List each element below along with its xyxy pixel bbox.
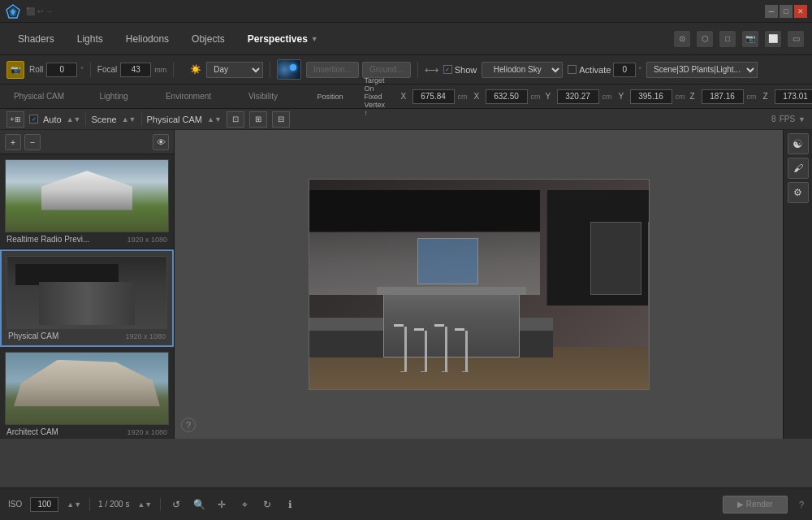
view-mode-3[interactable]: ⊟ xyxy=(272,111,290,128)
auto-checkbox[interactable]: ✓ xyxy=(29,115,38,124)
visibility-label: Visibility xyxy=(231,92,296,101)
view-mode-1[interactable]: ⊡ xyxy=(227,111,244,128)
focal-input[interactable] xyxy=(120,63,151,77)
sidebar-toolbar: + − 👁 xyxy=(0,130,174,154)
coordinates-section: Position Target On Fixed Vertex ↑ xyxy=(309,76,390,117)
paint-icon[interactable]: 🖌 xyxy=(788,158,809,179)
refresh-icon[interactable]: ↻ xyxy=(260,497,274,512)
settings-panel-icon[interactable]: ⚙ xyxy=(788,182,809,203)
time-select[interactable]: Day Night Dusk xyxy=(206,62,263,78)
cam-name-2: Physical CAM xyxy=(8,332,58,340)
sidebar-add-icon[interactable]: + xyxy=(5,134,21,150)
camera-icon[interactable]: ⌖ xyxy=(237,497,252,512)
undo-icon[interactable]: ↺ xyxy=(169,497,184,512)
physical-cam-label: Physical CAM xyxy=(6,92,71,101)
roll-input[interactable] xyxy=(46,63,77,77)
minimize-button[interactable]: ─ xyxy=(765,5,778,18)
y-target-label: Y xyxy=(619,92,627,101)
activate-input[interactable] xyxy=(613,63,636,77)
z-label: Z xyxy=(690,92,698,101)
cam-info-1: Realtime Radio Previ... 1920 x 1080 xyxy=(5,232,169,244)
show-checkbox[interactable]: ✓ xyxy=(443,65,452,74)
insertion-button[interactable]: Insertion... xyxy=(306,62,359,78)
scene-arrow: ▲▼ xyxy=(122,115,136,124)
lighting-label: Lighting xyxy=(81,92,146,101)
status-help[interactable]: ? xyxy=(799,500,804,509)
coord-headers: Position Target On Fixed Vertex ↑ xyxy=(309,76,390,117)
menu-icon-2[interactable]: ⬡ xyxy=(697,31,713,47)
menu-icon-4[interactable]: 📷 xyxy=(742,31,758,47)
menu-shaders[interactable]: Shaders xyxy=(8,30,64,48)
move-icon[interactable]: ✛ xyxy=(214,497,229,512)
z-pos-unit: cm xyxy=(747,93,757,101)
status-iso-arrows[interactable]: ▲▼ xyxy=(67,500,81,509)
fps-value: 8 xyxy=(771,115,776,124)
menu-icon-1[interactable]: ⊙ xyxy=(674,31,690,47)
heliodon-sky-select[interactable]: Heliodon Sky xyxy=(482,62,563,78)
activate-label: Activate xyxy=(579,65,611,75)
y-pos-unit: cm xyxy=(603,93,612,101)
camera-thumb-3[interactable]: Architect CAM 1920 x 1080 xyxy=(0,347,174,439)
time-group: Day Night Dusk xyxy=(206,62,270,78)
camera-thumb-2[interactable]: Physical CAM 1920 x 1080 xyxy=(0,249,174,347)
menu-icon-6[interactable]: ▭ xyxy=(788,31,804,47)
camera-mode-icon[interactable]: 📷 xyxy=(6,61,24,79)
render-button[interactable]: ▶ Render xyxy=(723,496,788,514)
y-label: Y xyxy=(546,92,554,101)
viewport[interactable]: ? xyxy=(175,130,783,439)
status-iso-input[interactable] xyxy=(30,497,58,512)
x-pos-input[interactable] xyxy=(412,89,455,104)
maximize-button[interactable]: □ xyxy=(780,5,793,18)
cam-preview-1 xyxy=(5,159,169,232)
app-logo xyxy=(5,3,21,20)
sidebar-eye-icon[interactable]: 👁 xyxy=(153,134,169,150)
kitchen-render xyxy=(309,180,649,389)
toolbar-1: 📷 Roll ° Focal mm ☀️ Day Night Dusk Inse… xyxy=(0,55,812,84)
fps-label: FPS xyxy=(780,115,795,124)
menu-objects[interactable]: Objects xyxy=(182,30,235,48)
menu-icon-3[interactable]: □ xyxy=(719,31,736,47)
viewport-help-button[interactable]: ? xyxy=(181,418,196,432)
menu-perspectives[interactable]: Perspectives ▼ xyxy=(238,30,328,48)
ground-button[interactable]: Ground... xyxy=(362,62,411,78)
title-bar-left: ⬛ ↩ → xyxy=(5,3,53,20)
x-target-input[interactable] xyxy=(486,89,528,104)
y-pos-input[interactable] xyxy=(557,89,599,104)
info-icon[interactable]: ℹ xyxy=(283,497,297,512)
z-target-label: Z xyxy=(763,92,771,101)
fps-arrow[interactable]: ▼ xyxy=(798,115,806,124)
position-header: Position xyxy=(317,93,343,101)
visibility-icon: ⟷ xyxy=(425,64,438,76)
z-pos-input[interactable] xyxy=(702,89,744,104)
activate-checkbox[interactable] xyxy=(568,65,577,74)
menu-icon-5[interactable]: ⬜ xyxy=(765,31,781,47)
roll-group: Roll ° xyxy=(29,63,91,77)
x-target-unit: cm xyxy=(531,93,541,101)
menu-heliodons[interactable]: Heliodons xyxy=(116,30,179,48)
cam-res-2: 1920 x 1080 xyxy=(125,332,166,340)
scene-select[interactable]: Scene|3D Plants|Light... xyxy=(646,62,758,78)
auto-label: Auto xyxy=(43,115,62,124)
camera-thumb-1[interactable]: Realtime Radio Previ... 1920 x 1080 xyxy=(0,154,174,249)
y-target-input[interactable] xyxy=(630,89,672,104)
search-zoom-icon[interactable]: 🔍 xyxy=(192,497,206,512)
v-separator xyxy=(85,113,86,126)
sidebar-scroll[interactable]: Realtime Radio Previ... 1920 x 1080 Phys… xyxy=(0,154,174,439)
add-view-icon[interactable]: +⊞ xyxy=(6,111,24,128)
focal-unit: mm xyxy=(154,66,166,74)
yin-yang-icon[interactable]: ☯ xyxy=(788,133,809,154)
menu-lights[interactable]: Lights xyxy=(67,30,113,48)
perspectives-label: Perspectives xyxy=(248,33,308,45)
z-target-input[interactable] xyxy=(775,89,812,104)
environment-label: Environment xyxy=(156,92,221,101)
focal-group: Focal mm xyxy=(97,63,174,77)
window-controls-placeholder: ⬛ ↩ → xyxy=(26,7,53,15)
status-sep-2 xyxy=(160,498,161,511)
view-mode-2[interactable]: ⊞ xyxy=(249,111,267,128)
viewport-image xyxy=(309,179,650,390)
title-bar-controls[interactable]: ─ □ ✕ xyxy=(765,5,807,18)
status-bar: ISO ▲▼ 1 / 200 s ▲▼ ↺ 🔍 ✛ ⌖ ↻ ℹ ▶ Render… xyxy=(0,488,812,520)
status-exposure-arrows[interactable]: ▲▼ xyxy=(137,500,152,509)
sidebar-minus-icon[interactable]: − xyxy=(24,134,41,150)
close-button[interactable]: ✕ xyxy=(794,5,807,18)
